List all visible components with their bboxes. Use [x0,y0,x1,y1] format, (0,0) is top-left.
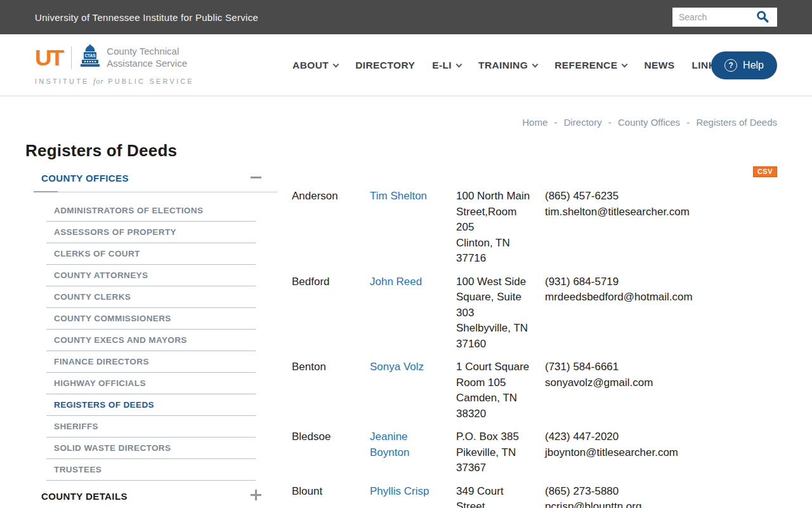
search-box [672,8,777,27]
address-cell: 100 North Main Street,Room 205 Clinton, … [456,189,545,267]
top-utility-bar: University of Tennessee Institute for Pu… [0,0,812,34]
sidebar-item-finance-directors[interactable]: FINANCE DIRECTORS [46,351,256,373]
nav-training-label: TRAINING [478,60,528,71]
sidebar-section-label: COUNTY OFFICES [41,173,129,184]
search-icon [756,10,769,25]
contact-cell: (423) 447-2020 jboynton@titlesearcher.co… [545,429,777,476]
tagline-post: PUBLIC SERVICE [108,77,194,85]
sidebar-divider [35,192,278,192]
register-name-link[interactable]: Tim Shelton [370,190,427,202]
email-address: tim.shelton@titlesearcher.com [545,204,777,220]
agency-name: County Technical Assistance Service [107,46,187,70]
breadcrumb-directory[interactable]: Directory [564,117,602,128]
contact-cell: (931) 684-5719 mrdeedsbedford@hotmail.co… [545,274,777,352]
address-line: P.O. Box 385 [456,429,545,445]
tagline-mid: for [93,77,104,86]
nav-e-li-label: E-LI [432,60,452,71]
ctas-logo[interactable]: UT CTAS County Technical Assistance Serv [35,44,194,86]
address-line: 37716 [456,251,545,267]
address-line: 100 West Side [456,274,545,290]
contact-cell: (865) 273-5880 pcrisp@blounttn.org [545,484,777,508]
contact-cell: (865) 457-6235 tim.shelton@titlesearcher… [545,189,777,267]
nav-reference[interactable]: REFERENCE [554,60,627,71]
county-cell: Bledsoe [292,429,370,476]
register-name-cell: Sonya Volz [370,359,456,422]
sidebar-section-county-offices[interactable]: COUNTY OFFICES [35,170,278,192]
search-button[interactable] [752,8,773,26]
address-cell: P.O. Box 385 Pikeville, TN 37367 [456,429,545,476]
sidebar-item-clerks-of-court[interactable]: CLERKS OF COURT [46,243,256,265]
table-row: Bledsoe Jeanine Boynton P.O. Box 385 Pik… [292,429,777,476]
nav-about-label: ABOUT [292,60,329,71]
sidebar: COUNTY OFFICES ADMINISTRATORS OF ELECTIO… [35,170,278,505]
breadcrumb-county-offices[interactable]: County Offices [618,117,680,128]
breadcrumb-separator: - [554,117,557,128]
sidebar-section-county-details[interactable]: COUNTY DETAILS [35,488,278,505]
ips-tagline: INSTITUTE for PUBLIC SERVICE [35,77,194,86]
address-line: 37160 [456,337,545,352]
nav-directory[interactable]: DIRECTORY [355,60,415,71]
address-line: 349 Court [456,484,545,500]
phone-number: (865) 457-6235 [545,189,777,204]
sidebar-item-county-clerks[interactable]: COUNTY CLERKS [46,286,256,308]
sidebar-item-trustees[interactable]: TRUSTEES [46,459,256,481]
sidebar-item-county-commissioners[interactable]: COUNTY COMMISSIONERS [46,308,256,330]
address-line: 205 [456,220,545,236]
nav-training[interactable]: TRAINING [478,60,537,71]
register-name-cell: Tim Shelton [370,189,456,267]
chevron-down-icon [333,61,339,67]
nav-news[interactable]: NEWS [644,60,674,71]
address-line: Room 105 [456,375,545,391]
address-line: Street,Room [456,204,545,220]
register-name-link[interactable]: Jeanine Boynton [370,431,409,458]
help-button[interactable]: ? Help [711,51,777,79]
register-name-cell: Jeanine Boynton [370,429,456,476]
address-line: Shelbyville, TN [456,321,545,337]
chevron-down-icon [532,61,539,67]
registers-table-area: CSV Anderson Tim Shelton 100 North Main … [292,166,777,508]
county-cell: Anderson [292,189,370,267]
table-row: Benton Sonya Volz 1 Court Square Room 10… [292,359,777,422]
register-name-link[interactable]: Sonya Volz [370,361,424,373]
phone-number: (865) 273-5880 [545,484,777,500]
address-line: 1 Court Square [456,359,545,375]
register-name-cell: Phyllis Crisp [370,484,456,508]
address-line: Street [456,499,545,508]
sidebar-item-county-attorneys[interactable]: COUNTY ATTORNEYS [46,265,256,286]
nav-e-li[interactable]: E-LI [432,60,461,71]
email-address: pcrisp@blounttn.org [545,499,777,508]
chevron-down-icon [456,61,462,67]
sidebar-item-solid-waste-directors[interactable]: SOLID WASTE DIRECTORS [46,438,256,459]
csv-export-button[interactable]: CSV [753,166,777,177]
sidebar-item-administrators-of-elections[interactable]: ADMINISTRATORS OF ELECTIONS [46,200,256,222]
sidebar-item-sheriffs[interactable]: SHERIFFS [46,416,256,438]
sidebar-item-highway-officials[interactable]: HIGHWAY OFFICIALS [46,373,256,394]
agency-name-line1: County Technical [107,46,187,58]
nav-about[interactable]: ABOUT [292,60,338,71]
register-name-link[interactable]: John Reed [370,276,422,288]
county-cell: Blount [292,484,370,508]
register-name-cell: John Reed [370,274,456,352]
help-button-label: Help [743,60,764,71]
sidebar-item-county-execs-and-mayors[interactable]: COUNTY EXECS AND MAYORS [46,330,256,351]
agency-name-line2: Assistance Service [107,58,187,70]
table-row: Bedford John Reed 100 West Side Square, … [292,274,777,352]
phone-number: (423) 447-2020 [545,429,777,445]
nav-directory-label: DIRECTORY [355,60,415,71]
address-cell: 349 Court Street [456,484,545,508]
sidebar-item-assessors-of-property[interactable]: ASSESSORS OF PROPERTY [46,222,256,243]
breadcrumb-home[interactable]: Home [522,117,547,128]
sidebar-section-label: COUNTY DETAILS [41,491,128,502]
breadcrumb-separator: - [608,117,612,128]
breadcrumb-separator: - [686,117,690,128]
phone-number: (731) 584-6661 [545,359,777,375]
breadcrumb: Home - Directory - County Offices - Regi… [522,117,777,128]
register-name-link[interactable]: Phyllis Crisp [370,485,429,497]
address-line: 303 [456,305,545,321]
sidebar-item-registers-of-deeds[interactable]: REGISTERS OF DEEDS [46,394,256,416]
capitol-icon: CTAS [79,44,101,71]
address-line: Square, Suite [456,290,545,305]
address-line: Clinton, TN [456,236,545,251]
expand-plus-icon [251,490,261,500]
search-input[interactable] [672,8,752,26]
